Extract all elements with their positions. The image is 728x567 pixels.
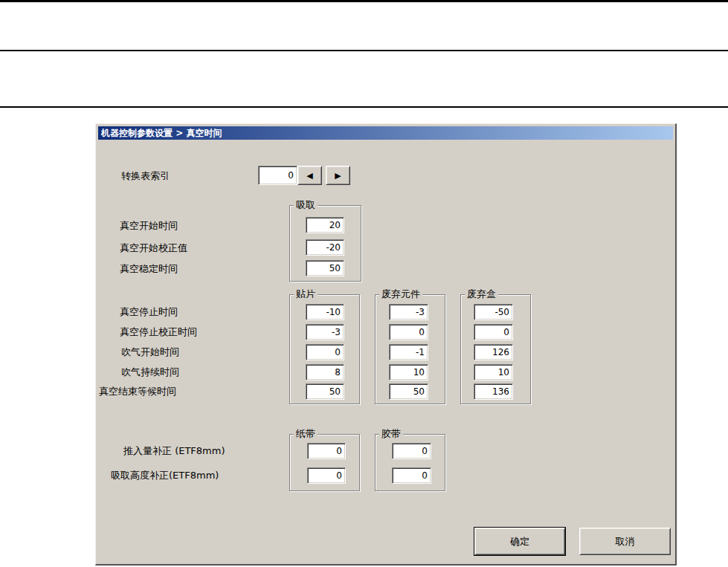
label-vacuum-start-time: 真空开始时间: [120, 221, 178, 231]
label-push-in-correction: 推入量补正 (ETF8mm): [123, 446, 225, 456]
dialog-titlebar: 机器控制参数设置 > 真空时间: [98, 126, 673, 140]
cancel-button[interactable]: 取消: [579, 528, 671, 555]
ok-button[interactable]: 确定: [474, 528, 565, 555]
left-arrow-icon: ◀: [306, 171, 312, 181]
discard-box-vacuum-stop-time-input[interactable]: -50: [474, 304, 513, 320]
groupbox-adhesive-tape-title: 胶带: [379, 429, 403, 439]
discard-box-vacuum-end-wait-input[interactable]: 136: [474, 383, 513, 400]
label-blow-duration-time: 吹气持续时间: [121, 367, 179, 378]
pickup-vacuum-stable-time-input[interactable]: 50: [306, 260, 344, 276]
label-vacuum-stable-time: 真空稳定时间: [120, 264, 178, 274]
page-rule-middle: [0, 50, 728, 51]
discard-box-blow-duration-input[interactable]: 10: [474, 364, 513, 380]
discard-component-vacuum-stop-time-input[interactable]: -3: [389, 304, 428, 320]
paper-tape-push-in-correction-input[interactable]: 0: [307, 443, 346, 459]
groupbox-pickup-title: 吸取: [294, 200, 318, 210]
pickup-vacuum-start-correction-input[interactable]: -20: [306, 239, 344, 256]
groupbox-discard-box-title: 废弃盒: [465, 289, 498, 299]
discard-box-vacuum-stop-correction-input[interactable]: 0: [474, 324, 513, 340]
page-rule-top: [0, 0, 728, 2]
discard-component-blow-start-input[interactable]: -1: [389, 344, 428, 360]
adhesive-tape-pickup-height-correction-input[interactable]: 0: [392, 467, 431, 484]
page-rule-bottom: [0, 106, 728, 108]
label-vacuum-stop-time: 真空停止时间: [120, 307, 178, 317]
placement-vacuum-stop-time-input[interactable]: -10: [306, 304, 344, 320]
label-vacuum-start-correction: 真空开始校正值: [120, 243, 187, 253]
placement-vacuum-end-wait-input[interactable]: 50: [306, 383, 344, 400]
discard-component-vacuum-end-wait-input[interactable]: 50: [389, 383, 428, 400]
label-pickup-height-correction: 吸取高度补正(ETF8mm): [111, 470, 219, 481]
vacuum-time-dialog: 机器控制参数设置 > 真空时间 转换表索引 0 ◀ ▶ 吸取 真空开始时间 真空…: [95, 123, 677, 566]
label-vacuum-end-wait-time: 真空结束等候时间: [99, 386, 176, 397]
placement-vacuum-stop-correction-input[interactable]: -3: [306, 324, 344, 340]
pickup-vacuum-start-time-input[interactable]: 20: [306, 217, 344, 233]
discard-component-vacuum-stop-correction-input[interactable]: 0: [389, 324, 428, 340]
index-decrement-button[interactable]: ◀: [297, 166, 322, 185]
right-arrow-icon: ▶: [335, 171, 341, 181]
adhesive-tape-push-in-correction-input[interactable]: 0: [392, 443, 431, 459]
dialog-title: 机器控制参数设置 > 真空时间: [101, 128, 222, 138]
discard-box-blow-start-input[interactable]: 126: [474, 344, 513, 360]
paper-tape-pickup-height-correction-input[interactable]: 0: [307, 467, 346, 484]
label-conversion-table-index: 转换表索引: [121, 171, 170, 181]
placement-blow-start-input[interactable]: 0: [306, 344, 344, 360]
placement-blow-duration-input[interactable]: 8: [306, 364, 344, 380]
label-vacuum-stop-correction-time: 真空停止校正时间: [120, 327, 197, 337]
conversion-table-index-input[interactable]: 0: [258, 166, 297, 185]
groupbox-discard-component-title: 废弃元件: [379, 289, 422, 299]
groupbox-paper-tape-title: 纸带: [294, 429, 318, 439]
index-increment-button[interactable]: ▶: [326, 166, 350, 185]
discard-component-blow-duration-input[interactable]: 10: [389, 364, 428, 380]
groupbox-placement-title: 贴片: [294, 289, 318, 299]
label-blow-start-time: 吹气开始时间: [121, 347, 179, 357]
